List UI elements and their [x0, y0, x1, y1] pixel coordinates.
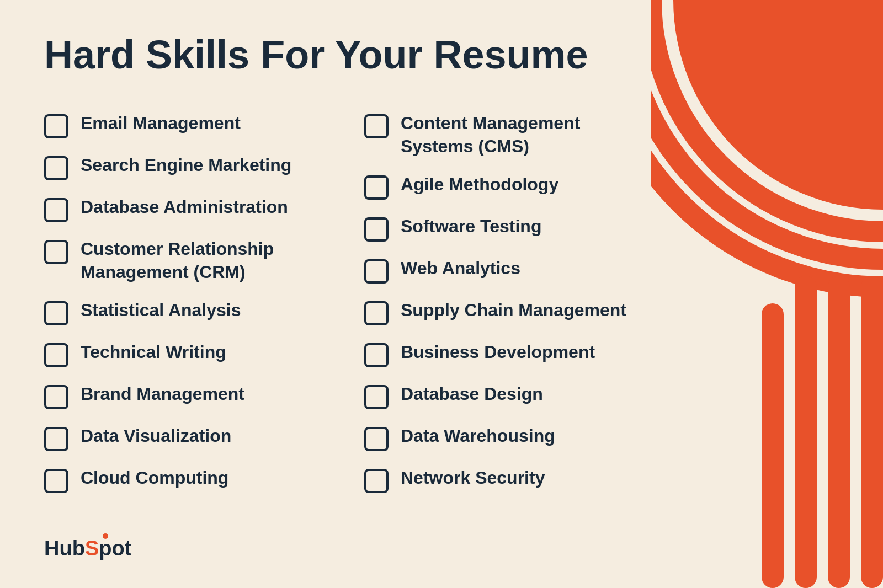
list-item: Web Analytics [364, 249, 640, 291]
skill-label: Data Visualization [81, 425, 231, 448]
checkbox[interactable] [44, 343, 68, 367]
skill-label: Web Analytics [401, 257, 520, 280]
skill-label: Statistical Analysis [81, 299, 241, 322]
svg-rect-5 [795, 276, 817, 588]
decoration [651, 0, 883, 588]
checkbox[interactable] [364, 343, 389, 367]
checkbox[interactable] [44, 427, 68, 451]
skill-label: Cloud Computing [81, 467, 228, 490]
skill-label: Email Management [81, 112, 241, 135]
checkbox[interactable] [364, 114, 389, 138]
skill-label: Data Warehousing [401, 425, 555, 448]
list-item: Data Warehousing [364, 417, 640, 459]
skill-label: Database Design [401, 383, 543, 406]
svg-rect-6 [828, 276, 850, 588]
list-item: Brand Management [44, 375, 320, 417]
skill-label: Customer Relationship Management (CRM) [81, 238, 320, 284]
checkbox[interactable] [44, 469, 68, 493]
skill-label: Network Security [401, 467, 545, 490]
checkbox[interactable] [44, 156, 68, 180]
list-item: Content Management Systems (CMS) [364, 104, 640, 165]
list-item: Statistical Analysis [44, 291, 320, 333]
list-item: Supply Chain Management [364, 291, 640, 333]
left-column: Email ManagementSearch Engine MarketingD… [44, 104, 320, 501]
list-item: Cloud Computing [44, 459, 320, 501]
skill-label: Content Management Systems (CMS) [401, 112, 640, 158]
skill-label: Database Administration [81, 196, 288, 219]
svg-rect-4 [762, 303, 784, 588]
skill-label: Search Engine Marketing [81, 154, 291, 177]
list-item: Business Development [364, 333, 640, 375]
checkbox[interactable] [44, 198, 68, 222]
checkbox[interactable] [44, 114, 68, 138]
checkbox[interactable] [364, 385, 389, 409]
checkbox[interactable] [364, 301, 389, 325]
checkbox[interactable] [44, 385, 68, 409]
checkbox[interactable] [364, 217, 389, 242]
checkbox[interactable] [44, 301, 68, 325]
checkbox[interactable] [364, 175, 389, 200]
svg-rect-7 [861, 276, 883, 588]
list-item: Database Administration [44, 188, 320, 230]
list-item: Email Management [44, 104, 320, 146]
skill-label: Agile Methodology [401, 173, 558, 196]
checkbox[interactable] [44, 240, 68, 264]
skills-grid: Email ManagementSearch Engine MarketingD… [44, 104, 640, 501]
skill-label: Brand Management [81, 383, 244, 406]
page-container: Hard Skills For Your Resume Email Manage… [0, 0, 883, 588]
list-item: Agile Methodology [364, 165, 640, 207]
logo-spot: S [85, 537, 99, 560]
skill-label: Software Testing [401, 215, 541, 238]
skill-label: Business Development [401, 341, 595, 364]
logo: HubS p ot [44, 537, 131, 560]
list-item: Technical Writing [44, 333, 320, 375]
checkbox[interactable] [364, 469, 389, 493]
list-item: Data Visualization [44, 417, 320, 459]
checkbox[interactable] [364, 259, 389, 284]
logo-text: HubS p ot [44, 537, 131, 560]
right-column: Content Management Systems (CMS)Agile Me… [364, 104, 640, 501]
list-item: Search Engine Marketing [44, 146, 320, 188]
skill-label: Technical Writing [81, 341, 226, 364]
list-item: Customer Relationship Management (CRM) [44, 230, 320, 291]
list-item: Network Security [364, 459, 640, 501]
checkbox[interactable] [364, 427, 389, 451]
skill-label: Supply Chain Management [401, 299, 626, 322]
list-item: Software Testing [364, 207, 640, 249]
list-item: Database Design [364, 375, 640, 417]
